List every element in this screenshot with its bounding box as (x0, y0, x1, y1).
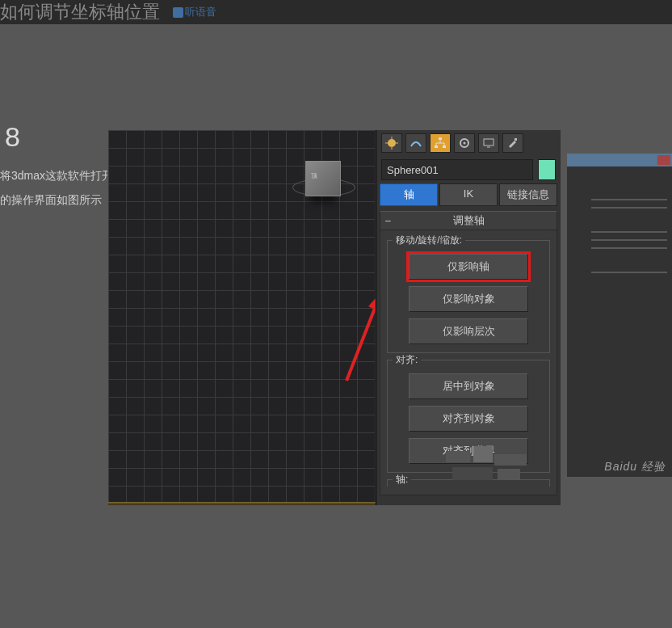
lightbox-overlay[interactable]: 8 将3dmax这款软件打开 的操作界面如图所示 Baidu 经验 顶 (0, 24, 672, 628)
tab-ik[interactable]: IK (439, 183, 498, 206)
group-pivot: 轴: (387, 479, 550, 487)
affect-pivot-only-button[interactable]: 仅影响轴 (409, 254, 527, 280)
viewport-baseline (108, 502, 376, 505)
screenshot-3dsmax: 顶 轴 I (107, 129, 561, 506)
viewcube[interactable]: 顶 (305, 161, 341, 196)
affect-hierarchy-only-button[interactable]: 仅影响层次 (409, 318, 527, 344)
svg-rect-14 (514, 138, 517, 141)
rollout-collapse-icon: – (385, 215, 391, 226)
rollout-adjust-pivot-body: 移动/旋转/缩放: 仅影响轴 仅影响对象 仅影响层次 对齐: 居中到对象 对齐到… (380, 230, 557, 495)
align-to-object-button[interactable]: 对齐到对象 (409, 406, 527, 432)
viewcube-face-label: 顶 (311, 171, 318, 180)
step-number: 8 (5, 121, 20, 153)
svg-line-0 (346, 292, 376, 381)
group-label-pivot: 轴: (393, 473, 411, 487)
modify-tab-icon[interactable] (405, 133, 426, 153)
svg-rect-8 (435, 145, 438, 148)
author-icon (173, 7, 183, 18)
article-author[interactable]: 听语音 (173, 5, 216, 19)
utilities-tab-icon[interactable] (502, 133, 523, 153)
page-header: 如何调节坐标轴位置 听语音 (0, 0, 672, 26)
svg-rect-7 (439, 137, 442, 140)
object-color-swatch[interactable] (538, 159, 556, 180)
svg-point-2 (388, 139, 396, 147)
hierarchy-tab-icon[interactable] (430, 133, 451, 153)
thumb-titlebar (567, 154, 672, 166)
step-text-line-2: 的操作界面如图所示 (0, 191, 102, 209)
step-text-line-1: 将3dmax这款软件打开 (0, 166, 113, 184)
display-tab-icon[interactable] (478, 133, 499, 153)
create-tab-icon[interactable] (381, 133, 402, 153)
rollout-title: 调整轴 (453, 214, 485, 226)
affect-object-only-button[interactable]: 仅影响对象 (409, 286, 527, 312)
command-panel: 轴 IK 链接信息 – 调整轴 移动/旋转/缩放: 仅影响轴 仅影响对象 仅影响… (376, 130, 561, 505)
svg-rect-12 (484, 139, 494, 145)
group-label-move: 移动/旋转/缩放: (393, 234, 465, 247)
author-name: 听语音 (185, 5, 216, 19)
tab-pivot[interactable]: 轴 (380, 183, 438, 206)
svg-rect-9 (443, 145, 446, 148)
viewport[interactable]: 顶 (108, 130, 376, 505)
object-name-input[interactable] (381, 159, 533, 180)
center-to-object-button[interactable]: 居中到对象 (409, 373, 527, 399)
pixelated-region (446, 446, 535, 487)
watermark: Baidu 经验 (604, 460, 666, 474)
article-title: 如何调节坐标轴位置 (0, 0, 160, 24)
command-panel-tabs (376, 130, 561, 156)
group-label-align: 对齐: (393, 353, 421, 367)
svg-marker-1 (368, 292, 376, 311)
step-thumbnail[interactable] (567, 154, 672, 477)
close-icon (657, 155, 670, 165)
motion-tab-icon[interactable] (454, 133, 475, 153)
tab-link-info[interactable]: 链接信息 (499, 183, 557, 206)
svg-point-11 (464, 142, 466, 145)
group-move-rotate-scale: 移动/旋转/缩放: 仅影响轴 仅影响对象 仅影响层次 (387, 240, 550, 353)
rollout-adjust-pivot-header[interactable]: – 调整轴 (380, 211, 557, 230)
